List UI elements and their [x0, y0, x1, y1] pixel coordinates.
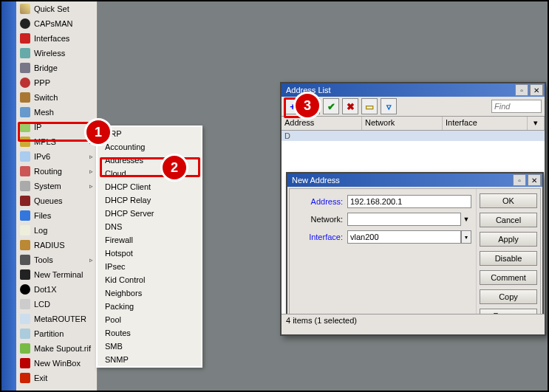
sidebar-item-exit[interactable]: Exit: [16, 371, 97, 385]
sidebar-item-dot1x[interactable]: Dot1X: [16, 282, 97, 297]
sidebar-item-mpls[interactable]: MPLS▹: [16, 134, 97, 149]
sidebar-item-label: Partition: [34, 329, 64, 338]
apply-button[interactable]: Apply: [480, 232, 537, 247]
add-button[interactable]: +: [284, 98, 301, 114]
sidebar-item-switch[interactable]: Switch: [16, 90, 97, 105]
submenu-item-accounting[interactable]: Accounting: [98, 140, 201, 154]
sidebar-item-log[interactable]: Log: [16, 223, 97, 238]
new-address-dialog: New Address ▫ ✕ Address: Network:: [286, 172, 544, 314]
submenu-item-neighbors[interactable]: Neighbors: [98, 286, 201, 300]
sidebar-item-label: Mesh: [34, 108, 54, 117]
sidebar-item-new-winbox[interactable]: New WinBox: [16, 356, 97, 371]
restore-button[interactable]: ▫: [515, 84, 528, 96]
submenu-item-dhcp-server[interactable]: DHCP Server: [98, 207, 201, 220]
submenu-item-ipsec[interactable]: IPsec: [98, 260, 201, 273]
ip-icon: [20, 122, 30, 132]
enable-button[interactable]: ✔: [323, 98, 339, 114]
close-button[interactable]: ✕: [530, 84, 543, 96]
submenu-item-hotspot[interactable]: Hotspot: [98, 247, 201, 260]
sidebar-item-label: RADIUS: [34, 241, 65, 250]
sidebar-item-new-terminal[interactable]: New Terminal: [16, 267, 97, 282]
submenu-item-addresses[interactable]: Addresses: [98, 154, 201, 167]
disable-button[interactable]: ✖: [342, 98, 358, 114]
submenu-item-snmp[interactable]: SNMP: [98, 353, 201, 366]
sidebar-item-label: New Terminal: [34, 270, 83, 279]
submenu-item-dhcp-client[interactable]: DHCP Client: [98, 180, 201, 193]
cancel-button[interactable]: Cancel: [480, 213, 537, 227]
sidebar-item-quick-set[interactable]: Quick Set: [16, 1, 97, 16]
sidebar-item-mesh[interactable]: Mesh: [16, 105, 97, 120]
table-row[interactable]: D: [282, 131, 545, 141]
interface-dropdown-icon[interactable]: ▾: [461, 230, 471, 244]
address-list-body[interactable]: D New Address ▫ ✕ Address:: [282, 131, 545, 314]
wand-icon: [20, 4, 30, 14]
sidebar-item-system[interactable]: System▹: [16, 179, 97, 193]
ok-button[interactable]: OK: [480, 193, 537, 208]
sidebar-item-partition[interactable]: Partition: [16, 326, 97, 341]
sidebar-item-ppp[interactable]: PPP: [16, 75, 97, 90]
files-icon: [20, 210, 30, 221]
header-interface[interactable]: Interface: [443, 117, 528, 130]
sidebar-item-metarouter[interactable]: MetaROUTER: [16, 312, 97, 326]
mesh-icon: [20, 107, 30, 117]
sidebar-item-interfaces[interactable]: Interfaces: [16, 31, 97, 46]
restore-button[interactable]: ▫: [513, 174, 526, 186]
sup-icon: [20, 343, 30, 354]
sidebar-item-make-supout-rif[interactable]: Make Supout.rif: [16, 341, 97, 356]
submenu-item-arp[interactable]: ARP: [98, 127, 201, 140]
sidebar-item-label: MetaROUTER: [34, 314, 86, 323]
sidebar-item-label: Wireless: [34, 49, 65, 58]
chevron-right-icon: ▹: [87, 168, 93, 175]
network-input[interactable]: [347, 213, 461, 226]
sidebar-item-radius[interactable]: RADIUS: [16, 238, 97, 252]
address-input[interactable]: [347, 195, 471, 208]
find-input[interactable]: [491, 100, 542, 113]
term-icon: [20, 269, 30, 280]
submenu-item-pool[interactable]: Pool: [98, 313, 201, 326]
sidebar-item-files[interactable]: Files: [16, 208, 97, 223]
submenu-item-firewall[interactable]: Firewall: [98, 233, 201, 247]
submenu-item-cloud[interactable]: Cloud: [98, 167, 201, 180]
comment-button[interactable]: Comment: [480, 270, 537, 285]
copy-button[interactable]: Copy: [480, 289, 537, 304]
submenu-item-kid-control[interactable]: Kid Control: [98, 273, 201, 286]
new-address-titlebar[interactable]: New Address ▫ ✕: [287, 173, 542, 187]
sidebar-item-wireless[interactable]: Wireless: [16, 46, 97, 61]
submenu-item-routes[interactable]: Routes: [98, 326, 201, 340]
header-dropdown-icon[interactable]: ▾: [528, 117, 545, 130]
filter-button[interactable]: ▿: [381, 98, 397, 114]
address-list-titlebar[interactable]: Address List ▫ ✕: [282, 83, 545, 97]
chevron-right-icon: ▹: [87, 138, 93, 145]
submenu-item-dhcp-relay[interactable]: DHCP Relay: [98, 193, 201, 207]
remove-button[interactable]: −: [304, 98, 320, 114]
disable-button[interactable]: Disable: [480, 251, 537, 266]
close-button[interactable]: ✕: [528, 174, 541, 186]
sidebar-item-queues[interactable]: Queues: [16, 193, 97, 208]
sidebar-item-routing[interactable]: Routing▹: [16, 164, 97, 179]
sidebar-item-tools[interactable]: Tools▹: [16, 252, 97, 267]
ipv6-icon: [20, 151, 30, 162]
interface-input[interactable]: [347, 230, 461, 244]
sidebar-item-label: New WinBox: [34, 359, 81, 368]
header-network[interactable]: Network: [362, 117, 443, 130]
submenu-item-packing[interactable]: Packing: [98, 300, 201, 313]
chevron-right-icon: ▹: [87, 153, 93, 160]
newwb-icon: [20, 358, 30, 368]
wifi-icon: [20, 48, 30, 58]
sidebar-item-capsman[interactable]: CAPsMAN: [16, 16, 97, 31]
bridge-icon: [20, 63, 30, 73]
header-address[interactable]: Address: [282, 117, 362, 130]
submenu-item-smb[interactable]: SMB: [98, 340, 201, 353]
sidebar-item-bridge[interactable]: Bridge: [16, 61, 97, 75]
sidebar-item-lcd[interactable]: LCD: [16, 297, 97, 312]
address-list-title: Address List: [286, 86, 331, 94]
sidebar-item-ipv6[interactable]: IPv6▹: [16, 149, 97, 164]
submenu-item-dns[interactable]: DNS: [98, 220, 201, 233]
remove-button[interactable]: Remove: [480, 309, 537, 314]
comment-button[interactable]: ▭: [361, 98, 378, 114]
sidebar-item-ip[interactable]: IP▹: [16, 120, 97, 134]
network-expand-icon[interactable]: ▼: [461, 216, 471, 223]
iface-icon: [20, 33, 30, 44]
switch-icon: [20, 92, 30, 103]
log-icon: [20, 225, 30, 235]
